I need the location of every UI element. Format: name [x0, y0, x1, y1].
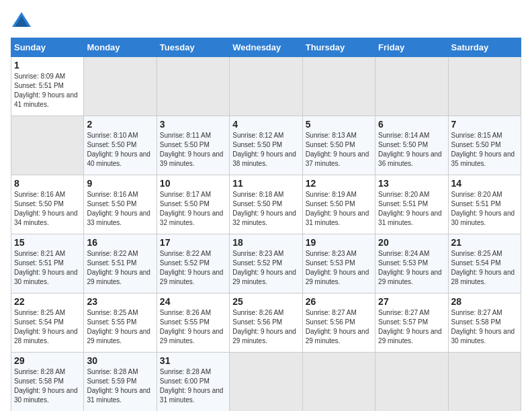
- empty-cell: [157, 57, 229, 116]
- calendar-cell-21: 21Sunrise: 8:25 AMSunset: 5:54 PMDayligh…: [448, 234, 521, 293]
- day-number: 22: [14, 296, 81, 307]
- day-number: 11: [232, 178, 299, 189]
- calendar-cell-1: 1Sunrise: 8:09 AMSunset: 5:51 PMDaylight…: [11, 57, 84, 116]
- day-number: 14: [451, 178, 518, 189]
- cell-content: Sunrise: 8:09 AMSunset: 5:51 PMDaylight:…: [14, 72, 81, 109]
- empty-cell: [375, 57, 448, 116]
- cell-content: Sunrise: 8:25 AMSunset: 5:55 PMDaylight:…: [87, 308, 153, 346]
- cell-content: Sunrise: 8:26 AMSunset: 5:55 PMDaylight:…: [160, 308, 226, 346]
- calendar-cell-28: 28Sunrise: 8:27 AMSunset: 5:58 PMDayligh…: [448, 293, 521, 353]
- calendar-cell-2: 2Sunrise: 8:10 AMSunset: 5:50 PMDaylight…: [84, 116, 157, 175]
- calendar-cell-25: 25Sunrise: 8:26 AMSunset: 5:56 PMDayligh…: [230, 293, 302, 353]
- calendar-header: SundayMondayTuesdayWednesdayThursdayFrid…: [11, 38, 521, 57]
- header-day-sunday: Sunday: [11, 38, 84, 57]
- calendar-cell-23: 23Sunrise: 8:25 AMSunset: 5:55 PMDayligh…: [84, 293, 157, 353]
- calendar-cell-16: 16Sunrise: 8:22 AMSunset: 5:51 PMDayligh…: [84, 234, 157, 293]
- cell-content: Sunrise: 8:24 AMSunset: 5:53 PMDaylight:…: [378, 249, 445, 287]
- header-day-wednesday: Wednesday: [230, 38, 302, 57]
- day-number: 29: [14, 355, 81, 366]
- header: [11, 11, 521, 30]
- day-number: 20: [378, 237, 445, 248]
- cell-content: Sunrise: 8:28 AMSunset: 6:00 PMDaylight:…: [160, 367, 226, 405]
- day-number: 5: [306, 119, 372, 130]
- day-number: 15: [14, 237, 81, 248]
- cell-content: Sunrise: 8:27 AMSunset: 5:57 PMDaylight:…: [378, 308, 445, 346]
- day-number: 23: [87, 296, 153, 307]
- calendar-cell-12: 12Sunrise: 8:19 AMSunset: 5:50 PMDayligh…: [302, 175, 375, 234]
- day-number: 6: [378, 119, 445, 130]
- calendar-cell-18: 18Sunrise: 8:23 AMSunset: 5:52 PMDayligh…: [230, 234, 302, 293]
- calendar-cell-4: 4Sunrise: 8:12 AMSunset: 5:50 PMDaylight…: [230, 116, 302, 175]
- cell-content: Sunrise: 8:18 AMSunset: 5:50 PMDaylight:…: [232, 190, 299, 228]
- empty-cell: [230, 353, 302, 412]
- calendar-cell-29: 29Sunrise: 8:28 AMSunset: 5:58 PMDayligh…: [11, 353, 84, 412]
- cell-content: Sunrise: 8:19 AMSunset: 5:50 PMDaylight:…: [306, 190, 372, 228]
- day-number: 27: [378, 296, 445, 307]
- header-day-saturday: Saturday: [448, 38, 521, 57]
- cell-content: Sunrise: 8:22 AMSunset: 5:51 PMDaylight:…: [87, 249, 153, 287]
- day-number: 8: [14, 178, 81, 189]
- day-number: 4: [232, 119, 299, 130]
- cell-content: Sunrise: 8:25 AMSunset: 5:54 PMDaylight:…: [451, 249, 518, 287]
- day-number: 1: [14, 60, 81, 71]
- cell-content: Sunrise: 8:23 AMSunset: 5:53 PMDaylight:…: [306, 249, 372, 287]
- empty-cell: [302, 353, 375, 412]
- day-number: 10: [160, 178, 226, 189]
- calendar-cell-31: 31Sunrise: 8:28 AMSunset: 6:00 PMDayligh…: [157, 353, 229, 412]
- calendar-cell-5: 5Sunrise: 8:13 AMSunset: 5:50 PMDaylight…: [302, 116, 375, 175]
- cell-content: Sunrise: 8:20 AMSunset: 5:51 PMDaylight:…: [451, 190, 518, 228]
- cell-content: Sunrise: 8:26 AMSunset: 5:56 PMDaylight:…: [232, 308, 299, 346]
- day-number: 16: [87, 237, 153, 248]
- day-number: 25: [232, 296, 299, 307]
- cell-content: Sunrise: 8:25 AMSunset: 5:54 PMDaylight:…: [14, 308, 81, 346]
- empty-cell: [302, 57, 375, 116]
- day-number: 3: [160, 119, 226, 130]
- day-number: 19: [306, 237, 372, 248]
- day-number: 2: [87, 119, 153, 130]
- calendar-cell-17: 17Sunrise: 8:22 AMSunset: 5:52 PMDayligh…: [157, 234, 229, 293]
- calendar-cell-14: 14Sunrise: 8:20 AMSunset: 5:51 PMDayligh…: [448, 175, 521, 234]
- header-day-tuesday: Tuesday: [157, 38, 229, 57]
- day-number: 12: [306, 178, 372, 189]
- cell-content: Sunrise: 8:14 AMSunset: 5:50 PMDaylight:…: [378, 131, 445, 169]
- day-number: 18: [232, 237, 299, 248]
- calendar-cell-7: 7Sunrise: 8:15 AMSunset: 5:50 PMDaylight…: [448, 116, 521, 175]
- calendar-cell-6: 6Sunrise: 8:14 AMSunset: 5:50 PMDaylight…: [375, 116, 448, 175]
- calendar-cell-15: 15Sunrise: 8:21 AMSunset: 5:51 PMDayligh…: [11, 234, 84, 293]
- day-number: 17: [160, 237, 226, 248]
- calendar-cell-24: 24Sunrise: 8:26 AMSunset: 5:55 PMDayligh…: [157, 293, 229, 353]
- cell-content: Sunrise: 8:17 AMSunset: 5:50 PMDaylight:…: [160, 190, 226, 228]
- calendar-cell-27: 27Sunrise: 8:27 AMSunset: 5:57 PMDayligh…: [375, 293, 448, 353]
- day-number: 28: [451, 296, 518, 307]
- calendar-cell-19: 19Sunrise: 8:23 AMSunset: 5:53 PMDayligh…: [302, 234, 375, 293]
- cell-content: Sunrise: 8:16 AMSunset: 5:50 PMDaylight:…: [14, 190, 81, 228]
- cell-content: Sunrise: 8:27 AMSunset: 5:56 PMDaylight:…: [306, 308, 372, 346]
- calendar-cell-9: 9Sunrise: 8:16 AMSunset: 5:50 PMDaylight…: [84, 175, 157, 234]
- cell-content: Sunrise: 8:27 AMSunset: 5:58 PMDaylight:…: [451, 308, 518, 346]
- calendar-cell-30: 30Sunrise: 8:28 AMSunset: 5:59 PMDayligh…: [84, 353, 157, 412]
- header-day-friday: Friday: [375, 38, 448, 57]
- empty-cell: [84, 57, 157, 116]
- cell-content: Sunrise: 8:16 AMSunset: 5:50 PMDaylight:…: [87, 190, 153, 228]
- calendar-cell-11: 11Sunrise: 8:18 AMSunset: 5:50 PMDayligh…: [230, 175, 302, 234]
- cell-content: Sunrise: 8:12 AMSunset: 5:50 PMDaylight:…: [232, 131, 299, 169]
- cell-content: Sunrise: 8:21 AMSunset: 5:51 PMDaylight:…: [14, 249, 81, 287]
- calendar-cell-13: 13Sunrise: 8:20 AMSunset: 5:51 PMDayligh…: [375, 175, 448, 234]
- calendar-cell-8: 8Sunrise: 8:16 AMSunset: 5:50 PMDaylight…: [11, 175, 84, 234]
- header-day-thursday: Thursday: [302, 38, 375, 57]
- calendar-body: 1Sunrise: 8:09 AMSunset: 5:51 PMDaylight…: [11, 57, 521, 412]
- calendar-table: SundayMondayTuesdayWednesdayThursdayFrid…: [11, 38, 521, 411]
- calendar-cell-22: 22Sunrise: 8:25 AMSunset: 5:54 PMDayligh…: [11, 293, 84, 353]
- empty-cell: [375, 353, 448, 412]
- cell-content: Sunrise: 8:11 AMSunset: 5:50 PMDaylight:…: [160, 131, 226, 169]
- cell-content: Sunrise: 8:20 AMSunset: 5:51 PMDaylight:…: [378, 190, 445, 228]
- cell-content: Sunrise: 8:15 AMSunset: 5:50 PMDaylight:…: [451, 131, 518, 169]
- day-number: 31: [160, 355, 226, 366]
- day-number: 9: [87, 178, 153, 189]
- empty-cell: [448, 353, 521, 412]
- cell-content: Sunrise: 8:23 AMSunset: 5:52 PMDaylight:…: [232, 249, 299, 287]
- logo-icon: [11, 11, 32, 30]
- day-number: 7: [451, 119, 518, 130]
- logo: [11, 11, 35, 30]
- cell-content: Sunrise: 8:28 AMSunset: 5:59 PMDaylight:…: [87, 367, 153, 405]
